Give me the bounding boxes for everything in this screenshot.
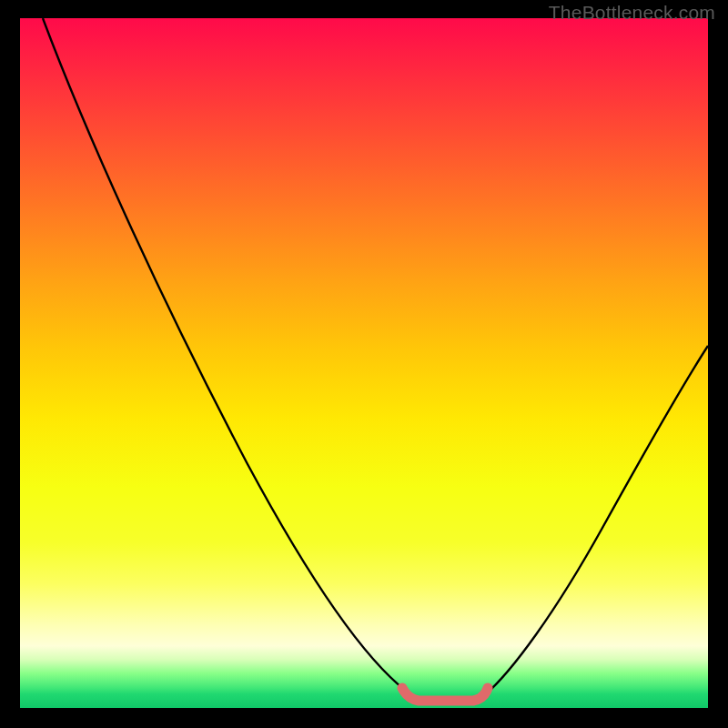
curve-layer: [20, 18, 708, 708]
plot-area: [20, 18, 708, 708]
optimum-highlight: [402, 688, 488, 701]
chart-canvas: TheBottleneck.com: [0, 0, 728, 728]
watermark-text: TheBottleneck.com: [549, 2, 715, 24]
bottleneck-curve-right: [482, 346, 708, 697]
bottleneck-curve-left: [43, 18, 413, 697]
